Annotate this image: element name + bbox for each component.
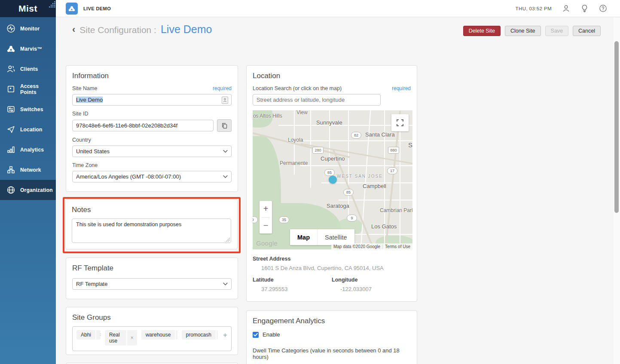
route-shield-17: 17 <box>387 167 397 174</box>
copy-site-id-button[interactable] <box>217 119 232 132</box>
sidebar-item-organization[interactable]: Organization <box>0 180 56 200</box>
site-name-value: Live Demo <box>76 97 103 103</box>
enable-label: Enable <box>263 331 280 338</box>
site-groups-box[interactable]: Abhi × Real use × warehouse × promocash … <box>72 326 232 351</box>
site-group-tag: warehouse × <box>141 330 177 340</box>
org-icon <box>66 3 78 15</box>
save-button[interactable]: Save <box>545 26 569 36</box>
map-attribution: Map data ©2020 Google Terms of Use <box>331 243 412 249</box>
action-bar: Delete Site Clone Site Save Cancel <box>463 26 601 36</box>
location-required-badge: required <box>392 85 411 91</box>
resize-handle[interactable] <box>226 238 230 242</box>
location-search-input[interactable] <box>253 94 381 106</box>
timezone-select[interactable]: America/Los Angeles (GMT -08:00/-07:00) <box>72 171 232 182</box>
mist-logo-dots-icon <box>47 1 57 8</box>
access-points-icon <box>6 85 15 94</box>
sidebar-item-marvis[interactable]: Marvis™ <box>0 39 56 59</box>
site-group-tag: Real use × <box>105 330 137 346</box>
map-label-campbell: Campbell <box>363 183 386 189</box>
map-type-map-button[interactable]: Map <box>290 229 317 245</box>
autofill-icon[interactable] <box>222 97 228 104</box>
notes-textarea[interactable]: This site is used for demonstration purp… <box>72 218 231 243</box>
site-location-marker[interactable] <box>329 176 337 184</box>
map-label-sunnyvale: Sunnyvale <box>316 119 342 126</box>
topbar-right: THU, 03:52 PM <box>516 4 607 13</box>
sidebar-item-analytics[interactable]: Analytics <box>0 140 56 160</box>
remove-tag-button[interactable]: × <box>126 330 137 346</box>
map-road <box>339 200 412 200</box>
sidebar-item-location[interactable]: Location <box>0 119 56 140</box>
map-label-west-san-jose: WEST SAN JOSE <box>337 174 383 179</box>
map-type-satellite-button[interactable]: Satellite <box>317 229 354 245</box>
engagement-title: Engagement Analytics <box>253 317 411 325</box>
breadcrumb[interactable]: Site Configuration : <box>79 25 156 35</box>
sidebar-nav: Monitor Marvis™ Clients <box>0 17 56 200</box>
map-zoom-control: + − <box>260 201 272 234</box>
sidebar-item-access-points[interactable]: Access Points <box>0 79 56 99</box>
site-group-tag: Abhi × <box>76 330 101 340</box>
site-groups-panel: Site Groups Abhi × Real use × warehouse … <box>66 307 238 355</box>
latitude-label: Latitude <box>253 277 332 283</box>
site-id-input[interactable] <box>72 120 214 131</box>
rf-template-select[interactable]: RF Template <box>72 278 232 290</box>
app-window: Mist Monitor <box>0 0 620 364</box>
engagement-analytics-panel: Engagement Analytics Enable Dwell Time C… <box>246 310 417 364</box>
clone-site-button[interactable]: Clone Site <box>505 26 541 36</box>
site-name-label: Site Name <box>72 85 97 91</box>
sidebar-item-switches[interactable]: Switches <box>0 99 56 119</box>
help-icon[interactable] <box>599 4 607 13</box>
terms-of-use-link[interactable]: Terms of Use <box>382 244 412 249</box>
map-road <box>300 165 412 166</box>
longitude-label: Longitude <box>332 277 411 283</box>
site-groups-title: Site Groups <box>72 313 232 322</box>
scrollbar-thumb[interactable] <box>614 41 619 213</box>
route-shield-85-south: 85 <box>343 189 354 196</box>
mist-logo-text: Mist <box>18 3 37 14</box>
scrollbar-track[interactable] <box>614 18 620 364</box>
site-name-input[interactable]: Live Demo <box>72 94 232 106</box>
country-select[interactable]: United States <box>72 146 232 157</box>
site-name-required-badge: required <box>213 85 232 91</box>
add-tag-button[interactable]: + <box>223 331 227 340</box>
remove-tag-button[interactable]: × <box>216 330 218 340</box>
street-address-label: Street Address <box>253 256 411 262</box>
map-type-toggle: Map Satellite <box>290 229 354 245</box>
dwell-time-label: Dwell Time Categories (value in seconds … <box>253 347 411 360</box>
map-road <box>329 110 330 162</box>
mist-logo[interactable]: Mist <box>0 0 56 17</box>
monitor-icon <box>6 24 15 33</box>
delete-site-button[interactable]: Delete Site <box>463 26 501 36</box>
sidebar: Mist Monitor <box>0 0 56 364</box>
enable-checkbox[interactable] <box>253 332 259 338</box>
page-header: ‹ Site Configuration : Live Demo <box>72 23 212 36</box>
map-fullscreen-button[interactable] <box>391 114 409 131</box>
remove-tag-button[interactable]: × <box>95 330 101 340</box>
map-label-cambrian-park: Cambrian Park <box>380 207 412 213</box>
map-label-saratoga: Saratoga <box>327 203 349 209</box>
whats-new-bulb-icon[interactable] <box>580 4 589 13</box>
longitude-value: -122.033007 <box>340 286 411 292</box>
information-panel: Information Site Name required Live Demo… <box>66 65 238 192</box>
cancel-button[interactable]: Cancel <box>573 26 601 36</box>
route-shield-880: 880 <box>388 147 399 154</box>
rf-template-panel: RF Template RF Template <box>66 258 238 299</box>
location-search-label: Location Search (or click on the map) <box>253 85 342 91</box>
sidebar-item-clients[interactable]: Clients <box>0 59 56 79</box>
map-label-los-gatos: Los Gatos <box>371 223 397 230</box>
street-address-value: 1601 S De Anza Blvd, Cupertino, CA 95014… <box>261 265 411 271</box>
user-account-icon[interactable] <box>562 4 570 13</box>
map-label-permanente: Permanente <box>280 160 308 166</box>
back-button[interactable]: ‹ <box>72 24 75 35</box>
google-map[interactable]: Los Altos Hills View Sunnyvale Loyola Sa… <box>253 110 412 249</box>
notes-title: Notes <box>72 206 231 214</box>
clock-text: THU, 03:52 PM <box>516 6 552 11</box>
org-selector[interactable]: LIVE DEMO <box>66 3 111 15</box>
remove-tag-button[interactable]: × <box>175 330 177 340</box>
map-road <box>351 234 412 235</box>
sidebar-item-network[interactable]: Network <box>0 160 56 180</box>
map-data-copyright: Map data ©2020 Google <box>331 244 382 249</box>
sidebar-item-monitor[interactable]: Monitor <box>0 18 56 39</box>
route-shield-85: 85 <box>324 169 335 176</box>
zoom-out-button[interactable]: − <box>260 218 272 234</box>
zoom-in-button[interactable]: + <box>260 201 272 217</box>
